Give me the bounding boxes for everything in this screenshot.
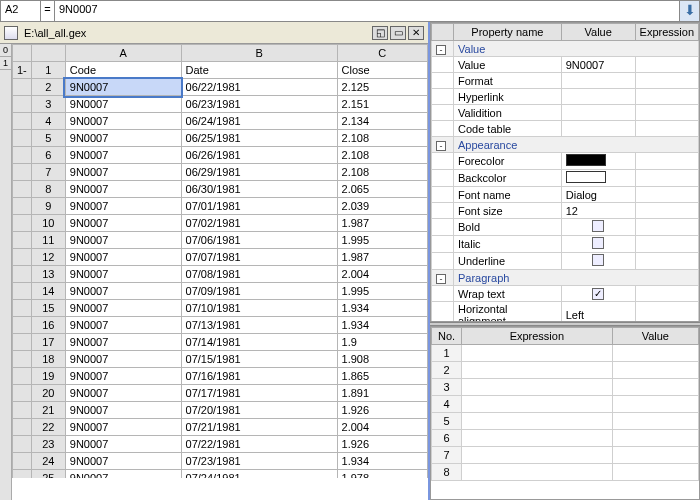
cell[interactable]: 9N0007 <box>65 181 181 198</box>
row-marker[interactable] <box>13 164 32 181</box>
cell[interactable]: 06/25/1981 <box>181 130 337 147</box>
cell[interactable]: 9N0007 <box>65 436 181 453</box>
prop-value-input[interactable] <box>561 89 635 105</box>
cell[interactable]: 06/24/1981 <box>181 113 337 130</box>
row-marker[interactable] <box>13 283 32 300</box>
row-marker[interactable] <box>13 198 32 215</box>
row-header[interactable]: 7 <box>31 164 65 181</box>
prop-header-name[interactable]: Property name <box>454 24 562 41</box>
row-header[interactable]: 2 <box>31 79 65 96</box>
cell[interactable]: 1.926 <box>337 436 427 453</box>
cell[interactable]: 07/06/1981 <box>181 232 337 249</box>
cell[interactable]: 1.987 <box>337 249 427 266</box>
close-window-button[interactable]: ✕ <box>408 26 424 40</box>
row-header[interactable]: 3 <box>31 96 65 113</box>
underline-checkbox[interactable] <box>592 254 604 266</box>
cell[interactable]: 1.926 <box>337 402 427 419</box>
cell[interactable]: 1.995 <box>337 283 427 300</box>
cell[interactable]: 2.108 <box>337 147 427 164</box>
cell[interactable]: 07/09/1981 <box>181 283 337 300</box>
cell[interactable]: 9N0007 <box>65 215 181 232</box>
cell[interactable]: 06/30/1981 <box>181 181 337 198</box>
expr-expression-cell[interactable] <box>462 413 613 430</box>
italic-checkbox[interactable] <box>592 237 604 249</box>
cell[interactable]: 9N0007 <box>65 130 181 147</box>
cell[interactable]: 9N0007 <box>65 164 181 181</box>
cell[interactable]: 2.004 <box>337 419 427 436</box>
row-marker[interactable] <box>13 232 32 249</box>
cell[interactable]: 06/29/1981 <box>181 164 337 181</box>
cell[interactable]: 07/22/1981 <box>181 436 337 453</box>
row-header[interactable]: 13 <box>31 266 65 283</box>
cell[interactable]: 07/02/1981 <box>181 215 337 232</box>
expr-header-expr[interactable]: Expression <box>462 328 613 345</box>
collapse-icon[interactable]: - <box>436 141 446 151</box>
col-header-c[interactable]: C <box>337 45 427 62</box>
corner-cell[interactable] <box>13 45 32 62</box>
formula-input[interactable]: 9N0007 <box>55 1 679 21</box>
row-header[interactable]: 22 <box>31 419 65 436</box>
row-marker[interactable] <box>13 130 32 147</box>
expr-row-number[interactable]: 6 <box>432 430 462 447</box>
row-marker[interactable] <box>13 351 32 368</box>
cell[interactable]: 2.108 <box>337 130 427 147</box>
row-marker[interactable] <box>13 402 32 419</box>
cell[interactable]: 1.978 <box>337 470 427 479</box>
row-header[interactable]: 18 <box>31 351 65 368</box>
prop-group-appearance[interactable]: Appearance <box>454 137 699 153</box>
cell[interactable]: 1.891 <box>337 385 427 402</box>
expr-value-cell[interactable] <box>612 413 698 430</box>
cell[interactable]: 2.125 <box>337 79 427 96</box>
cell[interactable]: 1.934 <box>337 300 427 317</box>
expr-row-number[interactable]: 2 <box>432 362 462 379</box>
row-marker[interactable] <box>13 334 32 351</box>
row-marker[interactable] <box>13 215 32 232</box>
row-header[interactable]: 6 <box>31 147 65 164</box>
cell[interactable]: 9N0007 <box>65 232 181 249</box>
cell[interactable]: 9N0007 <box>65 470 181 479</box>
cell[interactable]: 9N0007 <box>65 317 181 334</box>
cell[interactable]: 07/10/1981 <box>181 300 337 317</box>
row-marker[interactable] <box>13 368 32 385</box>
row-header[interactable]: 23 <box>31 436 65 453</box>
prop-value-input[interactable]: 9N0007 <box>561 57 635 73</box>
cell[interactable]: 1.987 <box>337 215 427 232</box>
cell[interactable]: 9N0007 <box>65 283 181 300</box>
row-marker[interactable] <box>13 436 32 453</box>
expr-value-cell[interactable] <box>612 379 698 396</box>
row-marker[interactable] <box>13 419 32 436</box>
expr-value-cell[interactable] <box>612 345 698 362</box>
expr-expression-cell[interactable] <box>462 464 613 481</box>
row-header[interactable]: 19 <box>31 368 65 385</box>
cell[interactable]: 9N0007 <box>65 96 181 113</box>
prop-value-input[interactable] <box>561 121 635 137</box>
row-marker[interactable] <box>13 96 32 113</box>
wrap-checkbox[interactable] <box>592 288 604 300</box>
row-header[interactable]: 12 <box>31 249 65 266</box>
detach-window-button[interactable]: ◱ <box>372 26 388 40</box>
cell[interactable]: 07/14/1981 <box>181 334 337 351</box>
cell[interactable]: 9N0007 <box>65 300 181 317</box>
cell[interactable]: 07/13/1981 <box>181 317 337 334</box>
cell[interactable]: 07/15/1981 <box>181 351 337 368</box>
prop-group-paragraph[interactable]: Paragraph <box>454 270 699 286</box>
cell[interactable]: 9N0007 <box>65 113 181 130</box>
col-header-b[interactable]: B <box>181 45 337 62</box>
row-marker[interactable] <box>13 181 32 198</box>
row-header[interactable]: 20 <box>31 385 65 402</box>
cell[interactable]: 07/23/1981 <box>181 453 337 470</box>
cell[interactable]: Date <box>181 62 337 79</box>
row-header[interactable]: 21 <box>31 402 65 419</box>
prop-header-value[interactable]: Value <box>561 24 635 41</box>
cell[interactable]: 2.004 <box>337 266 427 283</box>
expr-row-number[interactable]: 3 <box>432 379 462 396</box>
forecolor-picker[interactable] <box>561 153 635 170</box>
prop-expr-input[interactable] <box>635 57 698 73</box>
expr-expression-cell[interactable] <box>462 345 613 362</box>
cell[interactable]: 06/26/1981 <box>181 147 337 164</box>
prop-header-expr[interactable]: Expression <box>635 24 698 41</box>
row-marker[interactable] <box>13 317 32 334</box>
expr-header-val[interactable]: Value <box>612 328 698 345</box>
row-header[interactable]: 1 <box>31 62 65 79</box>
row-header[interactable]: 5 <box>31 130 65 147</box>
